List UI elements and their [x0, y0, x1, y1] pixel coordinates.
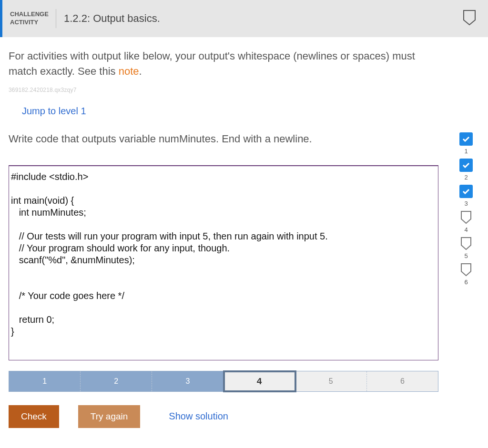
check-icon[interactable]: [459, 159, 473, 172]
intro-part1: For activities with output like below, y…: [9, 50, 415, 77]
show-solution-link[interactable]: Show solution: [169, 411, 228, 422]
activity-title: 1.2.2: Output basics.: [64, 12, 160, 25]
track-num: 5: [464, 252, 468, 259]
prompt-text: Write code that outputs variable numMinu…: [9, 133, 433, 145]
label-line2: ACTIVITY: [10, 19, 38, 26]
track-item-5[interactable]: 5: [459, 237, 473, 259]
track-item-2[interactable]: 2: [459, 159, 473, 181]
pocket-icon[interactable]: [462, 10, 477, 28]
level-tab-6[interactable]: 6: [367, 371, 438, 391]
header-divider: [56, 9, 56, 28]
id-string: 369182.2420218.qx3zqy7: [9, 87, 479, 93]
track-item-1[interactable]: 1: [459, 132, 473, 155]
track-item-4[interactable]: 4: [459, 211, 473, 233]
level-tab-3[interactable]: 3: [152, 371, 224, 391]
track-item-6[interactable]: 6: [459, 263, 473, 286]
pocket-icon[interactable]: [459, 211, 473, 224]
check-icon[interactable]: [459, 185, 473, 198]
try-again-button[interactable]: Try again: [78, 405, 141, 428]
track-num: 6: [464, 279, 468, 286]
code-editor[interactable]: #include <stdio.h> int main(void) { int …: [9, 165, 438, 360]
activity-type-label: CHALLENGE ACTIVITY: [10, 10, 49, 27]
check-button[interactable]: Check: [9, 405, 59, 428]
track-num: 1: [464, 148, 468, 155]
track-num: 3: [464, 200, 468, 207]
intro-text: For activities with output like below, y…: [9, 49, 418, 79]
pocket-icon[interactable]: [459, 263, 473, 277]
level-tab-4[interactable]: 4: [224, 371, 295, 391]
level-tab-2[interactable]: 2: [81, 371, 152, 391]
action-bar: Check Try again Show solution: [9, 405, 479, 428]
level-nav: 123456: [9, 371, 438, 392]
level-tab-5[interactable]: 5: [295, 371, 367, 391]
label-line1: CHALLENGE: [10, 10, 49, 18]
track-num: 2: [464, 174, 468, 181]
note-link[interactable]: note: [119, 65, 139, 77]
intro-part2: .: [139, 65, 142, 77]
level-tab-1[interactable]: 1: [9, 371, 81, 391]
side-progress-track: 123456: [459, 132, 473, 286]
pocket-icon[interactable]: [459, 237, 473, 250]
track-item-3[interactable]: 3: [459, 185, 473, 207]
track-num: 4: [464, 226, 468, 233]
activity-header: CHALLENGE ACTIVITY 1.2.2: Output basics.: [0, 0, 488, 37]
jump-to-level-link[interactable]: Jump to level 1: [22, 106, 86, 117]
check-icon[interactable]: [459, 132, 473, 146]
